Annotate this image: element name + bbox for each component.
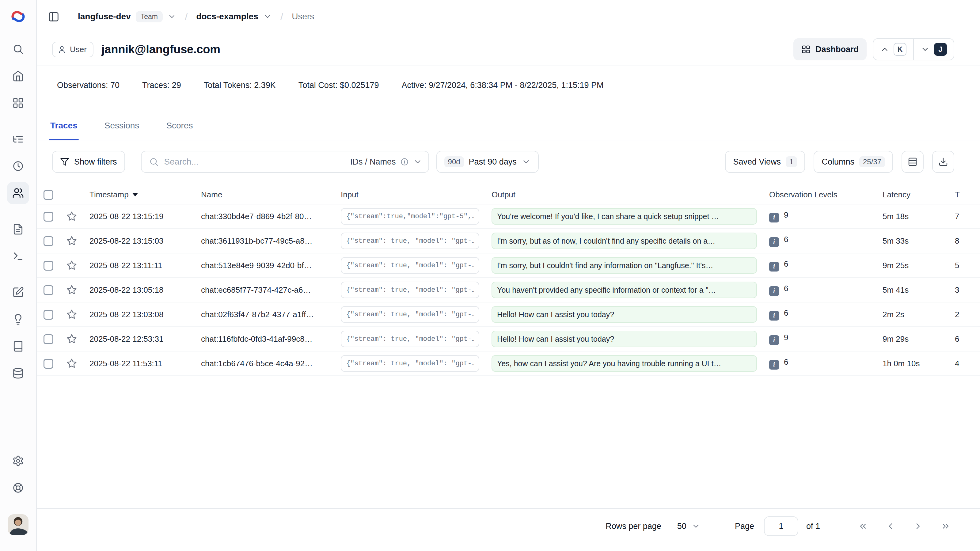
search-icon xyxy=(149,157,159,167)
input-cell[interactable]: {"stream": true, "model": "gpt-… xyxy=(341,233,479,249)
star-column-header xyxy=(60,186,83,204)
output-cell[interactable]: I'm sorry, but I couldn't find any infor… xyxy=(492,257,757,274)
filter-icon xyxy=(60,157,69,166)
output-cell[interactable]: Yes, how can I assist you? Are you havin… xyxy=(492,355,757,372)
tab-scores[interactable]: Scores xyxy=(165,120,194,140)
breadcrumb-folder[interactable]: docs-examples xyxy=(196,12,258,21)
show-filters-button[interactable]: Show filters xyxy=(52,151,125,173)
name-cell[interactable]: chat:513e84e9-9039-42d0-bf… xyxy=(195,253,335,278)
table-row[interactable]: 2025-08-22 13:15:19 chat:330bd4e7-d869-4… xyxy=(37,204,980,229)
name-cell[interactable]: chat:02f63f47-87b2-4377-a1ff… xyxy=(195,302,335,326)
project-switcher-button[interactable] xyxy=(168,12,176,21)
row-checkbox[interactable] xyxy=(43,310,53,320)
output-cell[interactable]: I'm sorry, but as of now, I couldn't fin… xyxy=(492,233,757,249)
sidebar-item-home[interactable] xyxy=(7,65,29,87)
page-total: of 1 xyxy=(806,522,820,531)
name-cell[interactable]: chat:ec685f77-7374-427c-a6… xyxy=(195,278,335,302)
sidebar-item-settings[interactable] xyxy=(7,450,29,472)
table-row[interactable]: 2025-08-22 13:15:03 chat:3611931b-bc77-4… xyxy=(37,229,980,253)
sidebar-item-prompts[interactable] xyxy=(7,218,29,240)
sidebar-item-playground[interactable] xyxy=(7,245,29,267)
sidebar-item-datasets[interactable] xyxy=(7,335,29,357)
last-page-button[interactable] xyxy=(937,518,954,535)
row-checkbox[interactable] xyxy=(43,261,53,271)
sidebar-item-database[interactable] xyxy=(7,362,29,384)
star-icon[interactable] xyxy=(67,236,77,246)
table-row[interactable]: 2025-08-22 11:53:11 chat:1cb67476-b5ce-4… xyxy=(37,351,980,376)
sidebar-item-users[interactable] xyxy=(7,182,29,204)
prev-user-button[interactable]: K xyxy=(873,39,913,60)
name-cell[interactable]: chat:1cb67476-b5ce-4c4a-92… xyxy=(195,351,335,376)
row-checkbox[interactable] xyxy=(43,212,53,221)
select-all-checkbox[interactable] xyxy=(43,190,53,200)
row-height-button[interactable] xyxy=(902,151,924,173)
name-cell[interactable]: chat:3611931b-bc77-49c5-a8… xyxy=(195,229,335,253)
name-cell[interactable]: chat:116fbfdc-0fd3-41af-99c8… xyxy=(195,326,335,351)
rows-per-page-select[interactable]: 50 xyxy=(677,522,700,531)
input-cell[interactable]: {"stream": true, "model": "gpt-… xyxy=(341,282,479,298)
table-row[interactable]: 2025-08-22 13:05:18 chat:ec685f77-7374-4… xyxy=(37,278,980,302)
prev-page-button[interactable] xyxy=(882,518,899,535)
sidebar-item-evaluation[interactable] xyxy=(7,281,29,303)
search-scope-dropdown[interactable]: IDs / Names xyxy=(350,157,422,167)
saved-views-button[interactable]: Saved Views 1 xyxy=(725,151,805,173)
star-icon[interactable] xyxy=(67,260,77,271)
sidebar-item-tracing[interactable] xyxy=(7,128,29,150)
input-cell[interactable]: {"stream": true, "model": "gpt-… xyxy=(341,355,479,372)
latency-cell: 5m 18s xyxy=(877,204,949,229)
dashboard-button[interactable]: Dashboard xyxy=(793,38,867,61)
gear-icon xyxy=(12,455,24,467)
date-range-button[interactable]: 90d Past 90 days xyxy=(436,151,539,173)
next-user-button[interactable]: J xyxy=(913,39,954,60)
input-cell[interactable]: {"stream": true, "model": "gpt-… xyxy=(341,306,479,323)
sidebar-item-insights[interactable] xyxy=(7,308,29,330)
output-cell[interactable]: You're welcome! If you'd like, I can sha… xyxy=(492,208,757,225)
page-input[interactable] xyxy=(764,516,798,536)
next-page-button[interactable] xyxy=(910,518,927,535)
table-row[interactable]: 2025-08-22 13:11:11 chat:513e84e9-9039-4… xyxy=(37,253,980,278)
columns-button[interactable]: Columns 25/37 xyxy=(814,151,893,173)
breadcrumb-project[interactable]: langfuse-dev xyxy=(78,12,131,21)
column-header-clipped[interactable]: T xyxy=(949,186,980,204)
star-icon[interactable] xyxy=(67,309,77,320)
sidebar-item-sessions[interactable] xyxy=(7,155,29,177)
tab-traces[interactable]: Traces xyxy=(49,120,79,140)
star-icon[interactable] xyxy=(67,285,77,295)
sidebar xyxy=(0,0,37,551)
star-icon[interactable] xyxy=(67,334,77,344)
column-header-output[interactable]: Output xyxy=(485,186,763,204)
column-header-latency[interactable]: Latency xyxy=(877,186,949,204)
table-row[interactable]: 2025-08-22 13:03:08 chat:02f63f47-87b2-4… xyxy=(37,302,980,326)
sidebar-item-search[interactable] xyxy=(7,38,29,60)
output-cell[interactable]: Hello! How can I assist you today? xyxy=(492,331,757,347)
export-button[interactable] xyxy=(932,151,954,173)
input-cell[interactable]: {"stream":true,"model":"gpt-5",… xyxy=(341,208,479,225)
table-row[interactable]: 2025-08-22 12:53:31 chat:116fbfdc-0fd3-4… xyxy=(37,326,980,351)
first-page-button[interactable] xyxy=(854,518,872,535)
input-cell[interactable]: {"stream": true, "model": "gpt-… xyxy=(341,331,479,347)
row-checkbox[interactable] xyxy=(43,236,53,246)
sidebar-toggle-button[interactable] xyxy=(48,11,59,22)
folder-switcher-button[interactable] xyxy=(263,12,272,21)
star-icon[interactable] xyxy=(67,211,77,221)
user-avatar[interactable] xyxy=(8,514,29,535)
name-cell[interactable]: chat:330bd4e7-d869-4b2f-80… xyxy=(195,204,335,229)
tab-sessions[interactable]: Sessions xyxy=(103,120,141,140)
langfuse-logo[interactable] xyxy=(10,9,26,24)
sidebar-item-support[interactable] xyxy=(7,477,29,499)
book-icon xyxy=(12,341,24,352)
column-header-name[interactable]: Name xyxy=(195,186,335,204)
input-cell[interactable]: {"stream": true, "model": "gpt-… xyxy=(341,257,479,274)
chevron-up-icon xyxy=(880,45,889,54)
row-checkbox[interactable] xyxy=(43,285,53,295)
output-cell[interactable]: You haven't provided any specific inform… xyxy=(492,282,757,298)
column-header-timestamp[interactable]: Timestamp xyxy=(83,186,195,204)
search-input[interactable] xyxy=(164,157,345,167)
column-header-input[interactable]: Input xyxy=(335,186,485,204)
row-checkbox[interactable] xyxy=(43,334,53,344)
output-cell[interactable]: Hello! How can I assist you today? xyxy=(492,306,757,323)
column-header-observation-levels[interactable]: Observation Levels xyxy=(763,186,877,204)
star-icon[interactable] xyxy=(67,358,77,369)
sidebar-item-dashboards[interactable] xyxy=(7,92,29,114)
row-checkbox[interactable] xyxy=(43,359,53,369)
